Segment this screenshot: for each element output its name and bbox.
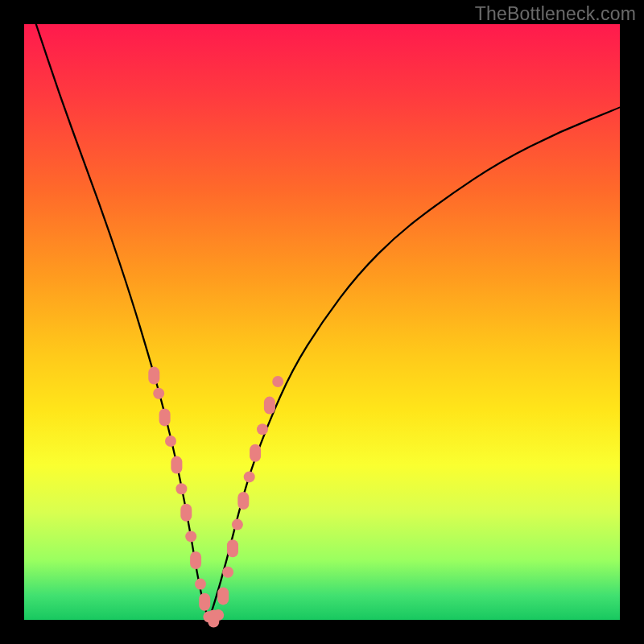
bead-pill (199, 593, 210, 611)
bead-pill (237, 492, 249, 510)
bead-dot (153, 388, 164, 399)
chart-frame: TheBottleneck.com (0, 0, 644, 644)
bead-dot (244, 471, 255, 482)
bead-dot (185, 530, 196, 542)
bead-pill (190, 551, 201, 569)
bead-pill (227, 539, 238, 557)
bead-pill (217, 587, 229, 605)
plot-area (24, 24, 620, 620)
bead-dot (272, 376, 283, 387)
bead-dot (232, 519, 243, 530)
bead-pill (264, 397, 275, 415)
bead-pill (171, 456, 182, 474)
bottleneck-curve (36, 24, 620, 615)
bead-dot (213, 609, 224, 621)
bead-dot (222, 567, 233, 578)
watermark-text: TheBottleneck.com (475, 3, 636, 25)
bead-pill (180, 504, 192, 522)
bead-pill (148, 367, 159, 385)
bead-dot (165, 436, 176, 447)
bead-dot (195, 579, 206, 590)
bead-dot (257, 423, 268, 435)
bead-pill (250, 444, 261, 462)
bead-dot (175, 483, 187, 494)
curve-svg (24, 24, 620, 620)
bead-pill (159, 408, 171, 426)
marker-beads (148, 367, 283, 628)
